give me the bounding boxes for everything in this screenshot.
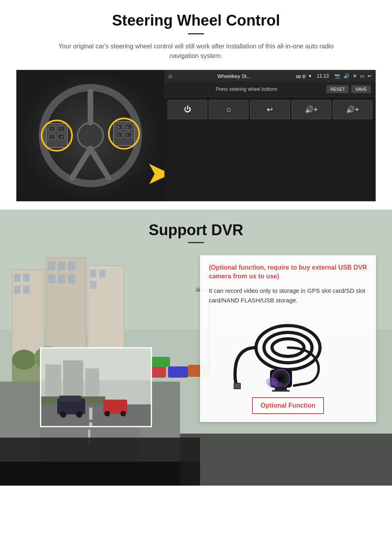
svg-rect-84 bbox=[234, 384, 240, 388]
dvr-camera-svg bbox=[232, 312, 344, 392]
svg-point-88 bbox=[278, 376, 284, 381]
svg-point-76 bbox=[76, 411, 82, 418]
dvr-main-content: (Optional function, require to buy exter… bbox=[16, 255, 376, 422]
dvr-info-card: (Optional function, require to buy exter… bbox=[200, 255, 376, 422]
steering-title: Steering Wheel Control bbox=[16, 12, 376, 29]
optional-function-button[interactable]: Optional Function bbox=[252, 397, 324, 414]
close-icon: ✕ bbox=[353, 73, 357, 79]
window-icon: ▭ bbox=[360, 73, 364, 79]
dvr-section: Support DVR bbox=[0, 210, 392, 486]
svg-point-78 bbox=[104, 411, 110, 416]
svg-text:◎: ◎ bbox=[126, 126, 128, 128]
dvr-product-image bbox=[209, 312, 367, 392]
android-status-bar: ⌂ Wheelkey St... 🖴 ψ ▾ 11:13 📷 🔊 ✕ ▭ ↩ bbox=[164, 70, 376, 82]
reset-button[interactable]: RESET bbox=[326, 85, 349, 93]
dashcam-view bbox=[41, 348, 152, 427]
toolbar-prompt: Press steering wheel buttons bbox=[169, 86, 324, 92]
svg-rect-93 bbox=[272, 390, 290, 392]
dvr-description: It can record video only to storage in G… bbox=[209, 286, 367, 305]
back-btn[interactable]: ↩ bbox=[250, 100, 290, 119]
status-time: 11:13 bbox=[317, 73, 329, 79]
volume-icon: 🔊 bbox=[344, 73, 350, 79]
svg-text:−: − bbox=[52, 136, 54, 138]
svg-point-79 bbox=[120, 411, 126, 416]
back-icon: ↩ bbox=[368, 73, 372, 79]
svg-rect-72 bbox=[89, 422, 92, 427]
steering-divider bbox=[188, 33, 204, 34]
svg-text:↩: ↩ bbox=[61, 136, 63, 138]
steering-composite-image: + ↑ − ↩ ☰ ◎ ◁ ◇ ➤ bbox=[16, 70, 376, 202]
steering-wheel-photo: + ↑ − ↩ ☰ ◎ ◁ ◇ ➤ bbox=[16, 70, 164, 201]
steering-section: Steering Wheel Control Your original car… bbox=[0, 0, 392, 210]
usb-icon: 🖴 ψ bbox=[296, 73, 306, 79]
camera-icon: 📷 bbox=[334, 73, 340, 79]
dvr-title: Support DVR bbox=[16, 222, 376, 239]
vol-down-btn[interactable]: 🔊+ bbox=[333, 100, 372, 119]
svg-rect-71 bbox=[89, 408, 92, 420]
svg-text:+: + bbox=[52, 128, 54, 130]
svg-rect-59 bbox=[0, 462, 200, 486]
svg-rect-60 bbox=[180, 434, 392, 486]
steering-wheel-svg: + ↑ − ↩ ☰ ◎ ◁ ◇ bbox=[38, 84, 142, 188]
dvr-title-area: Support DVR bbox=[16, 222, 376, 243]
dvr-left-panel bbox=[16, 255, 192, 407]
app-name-label: Wheelkey St... bbox=[176, 73, 293, 79]
svg-rect-74 bbox=[59, 396, 81, 402]
svg-point-75 bbox=[60, 411, 66, 418]
home-btn[interactable]: ⌂ bbox=[209, 100, 248, 119]
steering-description: Your original car's steering wheel contr… bbox=[56, 42, 336, 61]
home-icon: ⌂ bbox=[168, 72, 172, 80]
android-control-buttons: ⏻ ⌂ ↩ 🔊+ 🔊+ bbox=[164, 97, 376, 122]
vol-up-btn[interactable]: 🔊+ bbox=[292, 100, 331, 119]
svg-text:☰: ☰ bbox=[117, 126, 120, 128]
power-btn[interactable]: ⏻ bbox=[168, 100, 207, 119]
svg-point-1 bbox=[78, 123, 103, 148]
android-toolbar: Press steering wheel buttons RESET SAVE bbox=[164, 82, 376, 97]
svg-line-3 bbox=[72, 148, 90, 178]
svg-text:↑: ↑ bbox=[61, 128, 62, 130]
save-button[interactable]: SAVE bbox=[351, 85, 371, 93]
android-ui-panel: ⌂ Wheelkey St... 🖴 ψ ▾ 11:13 📷 🔊 ✕ ▭ ↩ P… bbox=[164, 70, 376, 201]
arrow-icon: ➤ bbox=[146, 157, 164, 189]
dvr-optional-note: (Optional function, require to buy exter… bbox=[209, 263, 367, 281]
svg-line-4 bbox=[90, 148, 109, 178]
dvr-divider bbox=[188, 242, 204, 243]
dashcam-screenshot bbox=[40, 347, 152, 427]
dvr-content-overlay: Support DVR bbox=[0, 210, 392, 434]
wifi-icon: ▾ bbox=[309, 73, 311, 79]
